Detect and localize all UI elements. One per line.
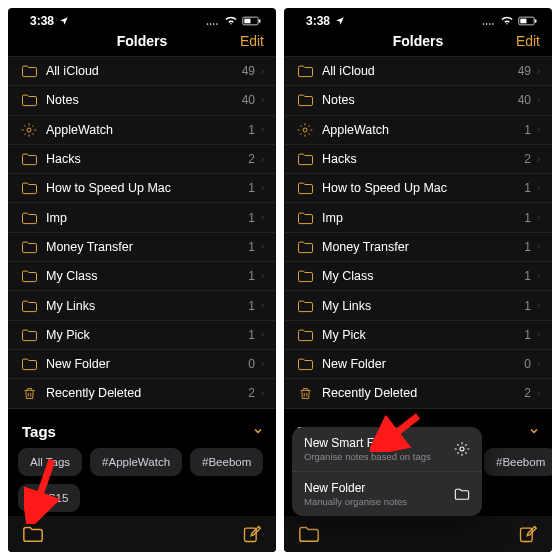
folder-row[interactable]: AppleWatch1 — [8, 116, 276, 145]
folder-count: 2 — [524, 386, 531, 400]
tags-header[interactable]: Tags — [8, 409, 276, 448]
tags-chips: All Tags#AppleWatch#Beebom#iOS15 — [8, 448, 276, 512]
folder-row[interactable]: How to Speed Up Mac1 — [284, 174, 552, 203]
chevron-right-icon — [259, 388, 266, 399]
compose-button[interactable] — [518, 524, 538, 544]
folder-row[interactable]: New Folder0 — [284, 350, 552, 379]
new-folder-menu: New Smart Folder Organise notes based on… — [292, 427, 482, 516]
folder-icon — [294, 240, 316, 254]
folder-row[interactable]: New Folder0 — [8, 350, 276, 379]
folder-label: Imp — [316, 211, 524, 225]
chevron-right-icon — [259, 183, 266, 194]
trash-icon — [18, 385, 40, 402]
folder-icon — [294, 93, 316, 107]
folder-icon — [18, 328, 40, 342]
folder-count: 1 — [524, 240, 531, 254]
folder-count: 1 — [248, 328, 255, 342]
folder-count: 49 — [518, 64, 531, 78]
folder-row[interactable]: My Links1 — [8, 291, 276, 320]
tag-chip[interactable]: #Beebom — [190, 448, 263, 476]
folder-row[interactable]: My Class1 — [8, 262, 276, 291]
tag-chip[interactable]: #Beebom — [484, 448, 552, 476]
gear-icon — [294, 122, 316, 138]
folder-row[interactable]: Hacks2 — [8, 145, 276, 174]
menu-title: New Smart Folder — [304, 436, 431, 450]
new-folder-button[interactable] — [298, 524, 320, 544]
tag-chip[interactable]: All Tags — [18, 448, 82, 476]
chevron-right-icon — [535, 95, 542, 106]
folder-row[interactable]: Notes40 — [8, 86, 276, 115]
folder-label: My Class — [316, 269, 524, 283]
folder-row[interactable]: All iCloud49 — [284, 57, 552, 86]
folder-row[interactable]: Money Transfer1 — [8, 233, 276, 262]
folder-count: 49 — [242, 64, 255, 78]
folder-row[interactable]: My Pick1 — [284, 321, 552, 350]
trash-icon — [294, 385, 316, 402]
tag-chip[interactable]: #iOS15 — [18, 484, 80, 512]
folder-icon — [294, 269, 316, 283]
new-folder-button[interactable] — [22, 524, 44, 544]
chevron-right-icon — [535, 300, 542, 311]
folder-label: Recently Deleted — [316, 386, 524, 400]
folder-label: Notes — [40, 93, 242, 107]
chevron-right-icon — [259, 124, 266, 135]
folder-count: 0 — [524, 357, 531, 371]
folder-count: 1 — [248, 269, 255, 283]
chevron-right-icon — [259, 359, 266, 370]
folder-row[interactable]: My Pick1 — [8, 321, 276, 350]
chevron-right-icon — [259, 212, 266, 223]
folder-row[interactable]: Recently Deleted2 — [8, 379, 276, 408]
folder-icon — [294, 328, 316, 342]
chevron-right-icon — [259, 95, 266, 106]
edit-button[interactable]: Edit — [240, 33, 264, 49]
folder-icon — [18, 64, 40, 78]
chevron-right-icon — [535, 241, 542, 252]
folder-label: My Links — [316, 299, 524, 313]
folder-count: 2 — [248, 386, 255, 400]
folder-row[interactable]: AppleWatch1 — [284, 116, 552, 145]
svg-point-16 — [303, 128, 307, 132]
folder-row[interactable]: My Class1 — [284, 262, 552, 291]
new-smart-folder-option[interactable]: New Smart Folder Organise notes based on… — [292, 427, 482, 472]
folder-row[interactable]: Imp1 — [8, 203, 276, 232]
edit-button[interactable]: Edit — [516, 33, 540, 49]
folder-label: My Pick — [316, 328, 524, 342]
chevron-right-icon — [259, 300, 266, 311]
tag-chip[interactable]: #AppleWatch — [90, 448, 182, 476]
folder-icon — [18, 269, 40, 283]
folder-row[interactable]: Notes40 — [284, 86, 552, 115]
folder-row[interactable]: Imp1 — [284, 203, 552, 232]
signal-icon — [206, 16, 220, 26]
folder-icon — [18, 181, 40, 195]
folder-label: Imp — [40, 211, 248, 225]
wifi-icon — [500, 16, 514, 26]
folder-row[interactable]: My Links1 — [284, 291, 552, 320]
svg-point-9 — [483, 23, 485, 25]
status-icons — [482, 16, 538, 26]
folder-row[interactable]: All iCloud49 — [8, 57, 276, 86]
folder-label: New Folder — [316, 357, 524, 371]
folder-count: 1 — [524, 181, 531, 195]
folder-row[interactable]: Hacks2 — [284, 145, 552, 174]
chevron-right-icon — [535, 271, 542, 282]
folder-count: 1 — [248, 181, 255, 195]
folder-label: All iCloud — [40, 64, 242, 78]
folder-label: How to Speed Up Mac — [316, 181, 524, 195]
status-bar: 3:38 — [284, 8, 552, 26]
svg-rect-5 — [259, 19, 261, 22]
battery-icon — [518, 16, 538, 26]
chevron-right-icon — [259, 329, 266, 340]
folder-row[interactable]: Money Transfer1 — [284, 233, 552, 262]
folder-row[interactable]: How to Speed Up Mac1 — [8, 174, 276, 203]
folder-label: My Pick — [40, 328, 248, 342]
wifi-icon — [224, 16, 238, 26]
folder-icon — [18, 299, 40, 313]
folder-icon — [294, 299, 316, 313]
compose-button[interactable] — [242, 524, 262, 544]
nav-bar: Folders Edit — [8, 26, 276, 56]
svg-point-7 — [27, 128, 31, 132]
gear-icon — [454, 441, 470, 457]
folder-row[interactable]: Recently Deleted2 — [284, 379, 552, 408]
new-folder-option[interactable]: New Folder Manually organise notes — [292, 472, 482, 516]
folder-count: 2 — [524, 152, 531, 166]
